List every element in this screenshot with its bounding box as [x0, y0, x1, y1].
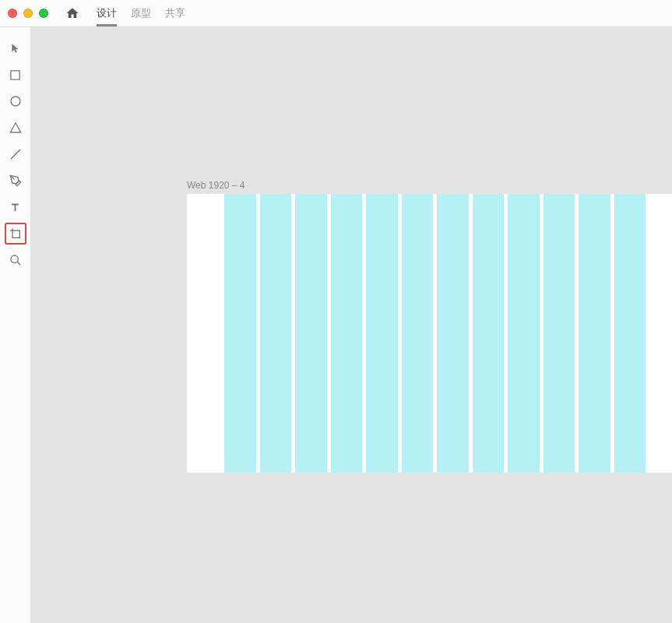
- home-icon: [65, 6, 79, 20]
- tab-prototype[interactable]: 原型: [131, 0, 151, 26]
- text-icon: [9, 202, 21, 213]
- ellipse-tool[interactable]: [5, 90, 26, 112]
- rectangle-tool[interactable]: [5, 64, 26, 86]
- triangle-icon: [9, 121, 22, 134]
- artboard-icon: [9, 227, 22, 240]
- svg-rect-5: [12, 231, 19, 238]
- minimize-window-button[interactable]: [23, 9, 33, 18]
- circle-icon: [9, 95, 22, 107]
- layout-grid-column: [295, 194, 327, 473]
- maximize-window-button[interactable]: [39, 9, 48, 18]
- svg-point-1: [11, 97, 20, 106]
- layout-grid-column: [260, 194, 292, 473]
- polygon-tool[interactable]: [5, 117, 26, 139]
- tab-share[interactable]: 共享: [165, 0, 185, 26]
- svg-line-7: [17, 262, 20, 265]
- pen-icon: [9, 174, 22, 187]
- layout-grid-column: [544, 194, 575, 473]
- layout-grid-column: [437, 194, 469, 473]
- layout-grid-column: [473, 194, 505, 473]
- toolbar: [0, 27, 31, 623]
- zoom-tool[interactable]: [5, 249, 26, 271]
- layout-grid-column: [614, 194, 646, 473]
- mode-tabs: 设计 原型 共享: [97, 0, 185, 26]
- svg-rect-0: [11, 70, 19, 79]
- rectangle-icon: [9, 69, 21, 81]
- main-area: Web 1920 – 4: [0, 27, 672, 623]
- close-window-button[interactable]: [8, 9, 17, 18]
- pointer-icon: [10, 43, 21, 54]
- text-tool[interactable]: [5, 196, 26, 218]
- line-icon: [9, 148, 22, 160]
- magnifier-icon: [9, 254, 22, 266]
- layout-grid-column: [331, 194, 363, 473]
- svg-line-2: [11, 150, 20, 159]
- line-tool[interactable]: [5, 143, 26, 165]
- svg-point-6: [11, 255, 18, 262]
- window-controls: [8, 9, 48, 18]
- select-tool[interactable]: [5, 37, 26, 59]
- artboard[interactable]: [187, 194, 672, 473]
- artboard-label[interactable]: Web 1920 – 4: [187, 180, 245, 191]
- layout-grid-column: [402, 194, 434, 473]
- layout-grid-column: [508, 194, 540, 473]
- artboard-tool[interactable]: [5, 223, 26, 245]
- layout-grid-column: [579, 194, 610, 473]
- titlebar: 设计 原型 共享: [0, 0, 672, 27]
- home-button[interactable]: [65, 6, 79, 20]
- tab-design[interactable]: 设计: [97, 0, 117, 26]
- layout-grid-column: [366, 194, 398, 473]
- pen-tool[interactable]: [5, 170, 26, 192]
- layout-grid-column: [224, 194, 256, 473]
- canvas[interactable]: Web 1920 – 4: [31, 27, 672, 623]
